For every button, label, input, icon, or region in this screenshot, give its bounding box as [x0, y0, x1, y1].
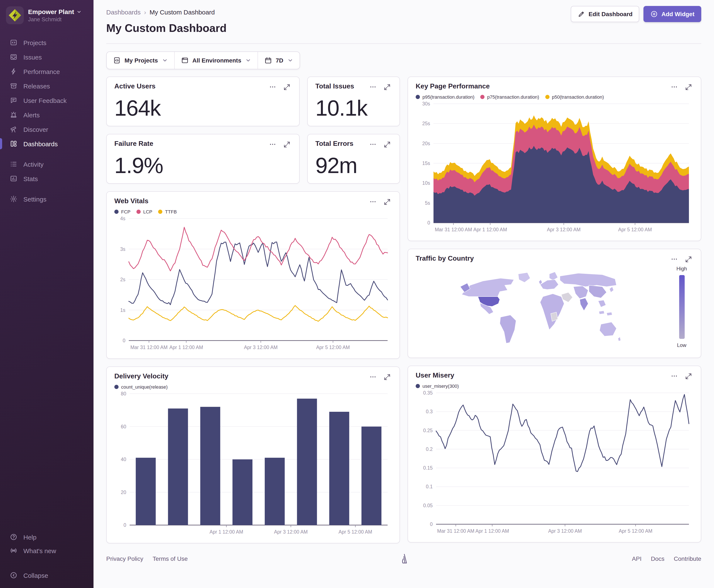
sidebar-item-projects[interactable]: Projects	[0, 35, 93, 50]
legend-label: user_misery(300)	[423, 383, 459, 388]
add-widget-button[interactable]: Add Widget	[644, 6, 701, 22]
privacy-policy-link[interactable]: Privacy Policy	[106, 555, 143, 562]
contribute-link[interactable]: Contribute	[674, 555, 701, 562]
user-misery-chart[interactable]: 00.050.10.150.20.250.30.35Mar 31 12:00 A…	[416, 390, 693, 537]
sidebar-item-releases[interactable]: Releases	[0, 79, 93, 93]
svg-text:20s: 20s	[422, 141, 430, 146]
chevron-down-icon	[162, 57, 168, 63]
plus-circle-icon	[650, 10, 658, 18]
sidebar-item-collapse[interactable]: Collapse	[0, 568, 93, 582]
legend-item-p75-transaction-duration[interactable]: p75(transaction.duration)	[480, 94, 539, 100]
svg-text:80: 80	[121, 391, 126, 397]
performance-icon	[9, 67, 18, 76]
sidebar-item-label: Projects	[23, 39, 46, 46]
svg-text:0.3: 0.3	[426, 409, 433, 414]
widget-context-menu-button[interactable]	[268, 140, 277, 149]
sidebar-item-issues[interactable]: Issues	[0, 50, 93, 64]
legend-item-p95-transaction-duration[interactable]: p95(transaction.duration)	[416, 94, 475, 100]
breadcrumb-dashboards-link[interactable]: Dashboards	[106, 8, 141, 16]
expand-icon	[383, 373, 391, 381]
sidebar-item-label: Issues	[23, 54, 42, 61]
collapse-icon	[9, 571, 18, 580]
widget-context-menu-button[interactable]	[368, 373, 377, 382]
widget-context-menu-button[interactable]	[368, 140, 377, 149]
page-header: Dashboards › My Custom Dashboard Edit Da…	[93, 0, 714, 44]
sidebar-item-label: User Feedback	[23, 97, 66, 104]
expand-icon	[283, 141, 291, 148]
svg-text:Mar 31 12:00 AM: Mar 31 12:00 AM	[435, 227, 472, 232]
sidebar-item-label: Activity	[23, 161, 44, 168]
svg-text:Apr 1 12:00 AM: Apr 1 12:00 AM	[169, 344, 203, 350]
widget-context-menu-button[interactable]	[670, 372, 679, 381]
docs-link[interactable]: Docs	[651, 555, 665, 562]
sentry-logo-icon[interactable]	[398, 553, 409, 564]
widget-expand-button[interactable]	[684, 83, 693, 92]
widget-expand-button[interactable]	[282, 140, 291, 149]
widget-context-menu-button[interactable]	[670, 255, 679, 264]
widget-expand-button[interactable]	[684, 255, 693, 264]
world-map[interactable]	[416, 264, 670, 353]
ellipsis-icon	[269, 83, 276, 91]
big-number-value: 10.1k	[315, 97, 392, 119]
delivery-velocity-chart[interactable]: 020406080Apr 1 12:00 AMApr 3 12:00 AMApr…	[114, 390, 392, 538]
web-vitals-chart[interactable]: 01s2s3s4sMar 31 12:00 AMApr 1 12:00 AMAp…	[114, 215, 392, 353]
sidebar-item-performance[interactable]: Performance	[0, 64, 93, 79]
svg-text:Apr 1 12:00 AM: Apr 1 12:00 AM	[475, 528, 509, 534]
widget-title: Traffic by Country	[416, 255, 474, 262]
widget-expand-button[interactable]	[383, 197, 392, 207]
widget-expand-button[interactable]	[383, 373, 392, 382]
sidebar-item-settings[interactable]: Settings	[0, 192, 93, 206]
legend-dot-icon	[114, 385, 118, 389]
widget-expand-button[interactable]	[383, 140, 392, 149]
sidebar-item-user-feedback[interactable]: User Feedback	[0, 93, 93, 108]
sidebar-item-help[interactable]: Help	[0, 530, 93, 544]
widget-expand-button[interactable]	[282, 83, 291, 92]
sidebar-item-discover[interactable]: Discover	[0, 122, 93, 136]
legend-item-user-misery-300[interactable]: user_misery(300)	[416, 383, 459, 388]
legend-label: LCP	[143, 209, 152, 214]
widget-expand-button[interactable]	[684, 372, 693, 381]
widget-title: Key Page Performance	[416, 83, 490, 90]
sidebar-item-dashboards[interactable]: Dashboards	[0, 136, 93, 151]
sidebar-item-activity[interactable]: Activity	[0, 157, 93, 171]
legend-label: p95(transaction.duration)	[423, 94, 475, 100]
sidebar-nav-group: Settings	[0, 192, 93, 206]
svg-text:Mar 31 12:00 AM: Mar 31 12:00 AM	[130, 344, 168, 350]
breadcrumb-separator-icon: ›	[144, 8, 146, 16]
filter-bar: My Projects All Environments 7D	[106, 51, 300, 69]
date-range-filter[interactable]: 7D	[257, 52, 299, 69]
sidebar-item-stats[interactable]: Stats	[0, 171, 93, 186]
widget-context-menu-button[interactable]	[670, 83, 679, 92]
legend-item-count-unique-release[interactable]: count_unique(release)	[114, 384, 168, 390]
widget-active-users: Active Users 164k	[106, 77, 300, 126]
sidebar-item-label: Releases	[23, 82, 50, 89]
sidebar-item-alerts[interactable]: Alerts	[0, 108, 93, 122]
expand-icon	[685, 373, 692, 380]
org-switcher[interactable]: Empower Plant Jane Schmidt	[0, 0, 93, 29]
legend-dot-icon	[416, 95, 420, 99]
environment-filter[interactable]: All Environments	[174, 52, 257, 69]
api-link[interactable]: API	[632, 555, 642, 562]
svg-text:Apr 3 12:00 AM: Apr 3 12:00 AM	[547, 227, 581, 232]
activity-icon	[9, 160, 18, 168]
sidebar-item-label: Settings	[23, 195, 46, 203]
ellipsis-icon	[671, 255, 678, 263]
widget-context-menu-button[interactable]	[368, 197, 377, 207]
legend-item-fcp[interactable]: FCP	[114, 209, 130, 214]
legend-item-p50-transaction-duration[interactable]: p50(transaction.duration)	[545, 94, 604, 100]
widget-context-menu-button[interactable]	[268, 83, 277, 92]
terms-of-use-link[interactable]: Terms of Use	[153, 555, 188, 562]
sidebar-item-label: Performance	[23, 68, 60, 75]
project-filter[interactable]: My Projects	[107, 52, 174, 69]
widget-context-menu-button[interactable]	[368, 83, 377, 92]
legend-dot-icon	[136, 210, 141, 214]
expand-icon	[383, 141, 391, 148]
svg-text:Apr 3 12:00 AM: Apr 3 12:00 AM	[548, 528, 582, 534]
legend-item-ttfb[interactable]: TTFB	[158, 209, 177, 214]
widget-expand-button[interactable]	[383, 83, 392, 92]
sidebar-item-what-s-new[interactable]: What's new	[0, 544, 93, 558]
key-page-performance-chart[interactable]: 05s10s15s20s25s30sMar 31 12:00 AMApr 1 1…	[416, 100, 693, 235]
legend-item-lcp[interactable]: LCP	[136, 209, 152, 214]
sidebar-item-label: Stats	[23, 175, 38, 182]
edit-dashboard-button[interactable]: Edit Dashboard	[571, 6, 640, 22]
